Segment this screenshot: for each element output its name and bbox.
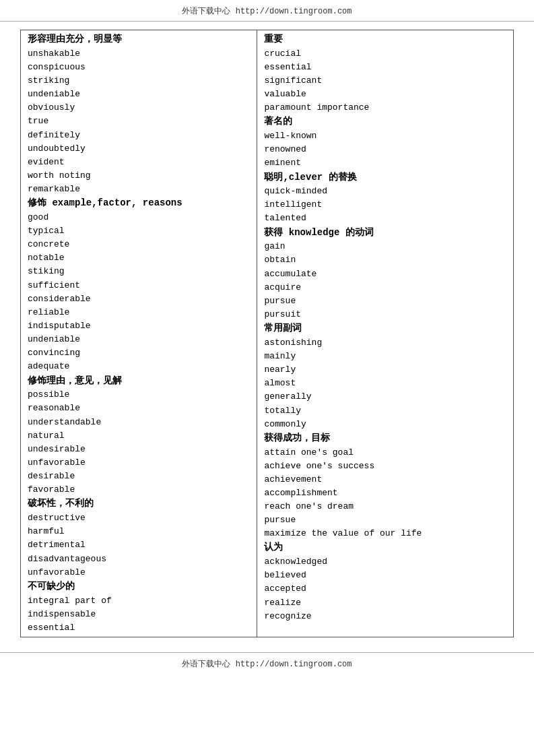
left-section-header: 不可缺少的 xyxy=(28,581,75,592)
left-word-item: undeniable xyxy=(28,88,250,101)
left-word-item: understandable xyxy=(28,416,250,429)
left-word-item: undoubtedly xyxy=(28,142,250,156)
left-word-item: adequate xyxy=(28,360,250,373)
right-word-item: obtain xyxy=(264,253,506,267)
left-word-item: considerable xyxy=(28,292,250,306)
left-word-item: essential xyxy=(28,621,250,635)
right-word-item: accomplishment xyxy=(264,486,506,500)
left-word-item: striking xyxy=(28,74,250,88)
right-word-item: quick-minded xyxy=(264,185,506,198)
right-section-header: 聪明,clever 的替换 xyxy=(264,172,356,183)
left-word-item: unfavorable xyxy=(28,566,250,579)
right-section-header: 认为 xyxy=(264,542,283,553)
right-word-item: astonishing xyxy=(264,336,506,350)
footer-text: 外语下载中心 http://down.tingroom.com xyxy=(182,660,352,669)
header-text: 外语下载中心 http://down.tingroom.com xyxy=(182,7,352,16)
left-word-item: destructive xyxy=(28,511,250,525)
left-word-item: disadvantageous xyxy=(28,553,250,566)
right-word-item: reach one's dream xyxy=(264,500,506,513)
left-word-item: notable xyxy=(28,251,250,265)
right-word-item: essential xyxy=(264,61,506,74)
right-section-header: 重要 xyxy=(264,34,283,44)
left-section-header: 破坏性，不利的 xyxy=(28,498,94,509)
left-word-item: sufficient xyxy=(28,279,250,292)
right-word-item: significant xyxy=(264,74,506,88)
left-section-header: 修饰 example,factor, reasons xyxy=(28,197,182,208)
right-word-item: pursuit xyxy=(264,308,506,321)
left-word-item: favorable xyxy=(28,483,250,497)
right-section-header: 获得 knowledge 的动词 xyxy=(264,227,373,238)
left-word-item: undesirable xyxy=(28,443,250,456)
right-column: 重要crucialessentialsignificantvaluablepar… xyxy=(257,30,513,637)
right-word-item: paramount importance xyxy=(264,101,506,115)
main-content: 形容理由充分，明显等unshakableconspicuousstrikingu… xyxy=(0,22,534,645)
left-word-item: stiking xyxy=(28,265,250,278)
vocabulary-table: 形容理由充分，明显等unshakableconspicuousstrikingu… xyxy=(21,30,513,637)
right-word-item: renowned xyxy=(264,143,506,156)
header-bar: 外语下载中心 http://down.tingroom.com xyxy=(0,0,534,22)
right-word-item: pursue xyxy=(264,294,506,308)
right-word-item: acknowledged xyxy=(264,555,506,569)
left-word-item: reliable xyxy=(28,306,250,319)
right-word-item: accepted xyxy=(264,582,506,596)
left-word-item: integral part of xyxy=(28,594,250,608)
right-word-item: generally xyxy=(264,390,506,404)
right-word-item: pursue xyxy=(264,513,506,527)
left-word-item: natural xyxy=(28,429,250,443)
left-word-item: good xyxy=(28,211,250,224)
left-word-item: possible xyxy=(28,388,250,402)
vocabulary-table-wrapper: 形容理由充分，明显等unshakableconspicuousstrikingu… xyxy=(20,30,514,637)
right-word-item: eminent xyxy=(264,156,506,170)
right-word-item: commonly xyxy=(264,418,506,431)
left-word-item: indisputable xyxy=(28,319,250,333)
right-word-item: valuable xyxy=(264,88,506,101)
left-word-item: unshakable xyxy=(28,47,250,61)
left-word-item: evident xyxy=(28,156,250,169)
left-section-header: 形容理由充分，明显等 xyxy=(28,34,122,44)
right-word-item: realize xyxy=(264,596,506,610)
left-word-item: desirable xyxy=(28,470,250,483)
right-word-item: acquire xyxy=(264,281,506,294)
right-word-item: achievement xyxy=(264,473,506,486)
right-word-item: achieve one's success xyxy=(264,460,506,473)
footer-bar: 外语下载中心 http://down.tingroom.com xyxy=(0,652,534,675)
right-word-item: intelligent xyxy=(264,198,506,212)
right-word-item: maximize the value of our life xyxy=(264,527,506,540)
left-word-item: concrete xyxy=(28,238,250,251)
left-word-item: undeniable xyxy=(28,333,250,346)
right-word-item: accumulate xyxy=(264,267,506,281)
left-column: 形容理由充分，明显等unshakableconspicuousstrikingu… xyxy=(21,30,257,637)
left-word-item: indispensable xyxy=(28,608,250,621)
left-word-item: detrimental xyxy=(28,538,250,552)
right-word-item: attain one's goal xyxy=(264,446,506,460)
right-section-header: 获得成功，目标 xyxy=(264,433,330,443)
left-word-item: worth noting xyxy=(28,169,250,183)
right-word-item: gain xyxy=(264,240,506,253)
right-section-header: 常用副词 xyxy=(264,323,302,334)
left-section-header: 修饰理由，意见，见解 xyxy=(28,375,122,386)
right-word-item: crucial xyxy=(264,47,506,61)
left-word-item: conspicuous xyxy=(28,61,250,74)
right-section-header: 著名的 xyxy=(264,116,292,127)
left-word-item: unfavorable xyxy=(28,456,250,470)
right-word-item: almost xyxy=(264,377,506,390)
left-word-item: convincing xyxy=(28,346,250,360)
right-word-item: mainly xyxy=(264,350,506,363)
left-word-item: remarkable xyxy=(28,183,250,196)
right-word-item: well-known xyxy=(264,129,506,143)
right-word-item: talented xyxy=(264,212,506,225)
right-word-item: recognize xyxy=(264,610,506,623)
right-word-item: believed xyxy=(264,569,506,582)
right-word-item: nearly xyxy=(264,363,506,377)
left-word-item: typical xyxy=(28,224,250,238)
left-word-item: obviously xyxy=(28,101,250,115)
left-word-item: true xyxy=(28,115,250,128)
left-word-item: reasonable xyxy=(28,402,250,415)
left-word-item: harmful xyxy=(28,525,250,538)
left-word-item: definitely xyxy=(28,129,250,142)
right-word-item: totally xyxy=(264,404,506,418)
